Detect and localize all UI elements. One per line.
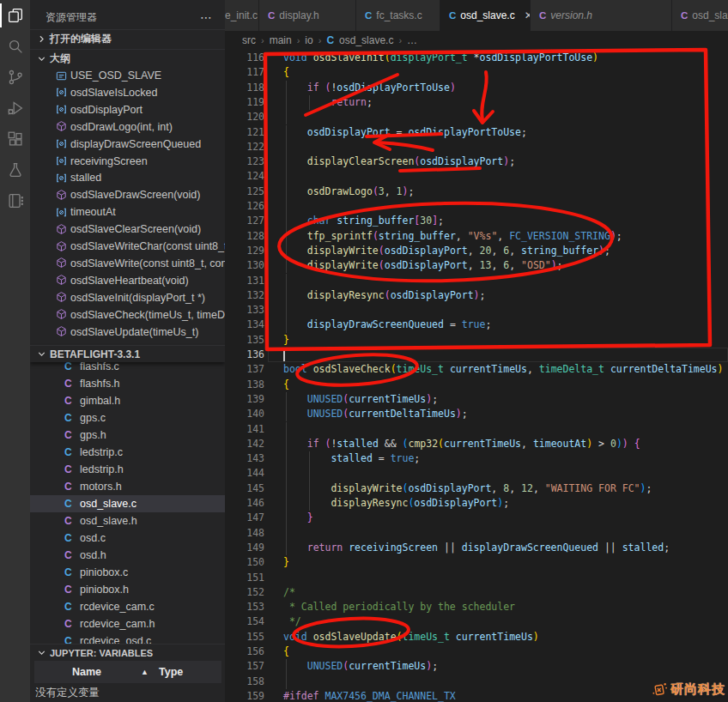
file-item-gps-c[interactable]: Cgps.c	[30, 409, 225, 427]
file-item-piniobox-c[interactable]: Cpiniobox.c	[30, 564, 225, 581]
outline-item-osdslaveislocked[interactable]: osdSlaveIsLocked	[30, 84, 225, 101]
activity-bar	[0, 0, 30, 702]
outline-item-stalled[interactable]: stalled	[30, 169, 225, 186]
file-item-gps-h[interactable]: Cgps.h	[30, 427, 225, 444]
c-file-icon: C	[681, 10, 688, 21]
symbol-method-icon	[55, 240, 69, 253]
code-line-118: 118 if (!osdDisplayPortToUse)	[225, 81, 728, 95]
tab-fc_tasks-c[interactable]: Cfc_tasks.c	[356, 0, 440, 31]
editor-group: e_init.cCdisplay.hCfc_tasks.cCosd_slave.…	[225, 0, 728, 702]
tab-display-h[interactable]: Cdisplay.h	[259, 0, 356, 31]
sort-ascending-icon[interactable]: ▲	[141, 668, 149, 676]
file-item-osd_slave-c[interactable]: Cosd_slave.c	[30, 495, 225, 512]
more-actions-icon[interactable]: ⋯	[200, 10, 213, 24]
outline-item-osdslaveclearscreen-void-[interactable]: osdSlaveClearScreen(void)	[30, 221, 225, 238]
outline-item-osdslavecheck-timeus_t-timedelta-[interactable]: osdSlaveCheck(timeUs_t, timeDelta…	[30, 306, 225, 324]
line-number: 122	[225, 140, 264, 154]
outline-item-osdslavewritechar-const-uint8_t-c-[interactable]: osdSlaveWriteChar(const uint8_t, c…	[30, 238, 225, 255]
watermark-text: 研尚科技	[670, 681, 725, 698]
outline-item-osdslavewrite-const-uint8_t-const-[interactable]: osdSlaveWrite(const uint8_t, const …	[30, 255, 225, 272]
column-name[interactable]: Name	[72, 666, 101, 678]
line-number: 144	[225, 466, 264, 481]
symbol-variable-icon	[55, 137, 69, 150]
line-number: 128	[225, 229, 264, 244]
file-item-osd-h[interactable]: Cosd.h	[30, 547, 225, 564]
outline-item-osdslaveheartbeat-void-[interactable]: osdSlaveHeartbeat(void)	[30, 272, 225, 289]
code-line-128: 128 tfp_sprintf(string_buffer, "V%s", FC…	[225, 229, 728, 244]
file-item-piniobox-h[interactable]: Cpiniobox.h	[30, 581, 225, 598]
file-tree: Cflashfs.cCflashfs.hCgimbal.hCgps.cCgps.…	[30, 362, 225, 644]
outline-item-osdslaveinit-displayport_t-[interactable]: osdSlaveInit(displayPort_t *)	[30, 289, 225, 306]
code-line-143: 143 stalled = true;	[225, 451, 728, 466]
breadcrumb-item--[interactable]: …	[407, 34, 417, 46]
column-type[interactable]: Type	[159, 666, 183, 678]
file-item-gimbal-h[interactable]: Cgimbal.h	[30, 392, 225, 409]
tab-osd_slave-c[interactable]: Cosd_slave.c✕	[440, 0, 531, 31]
line-number: 156	[225, 645, 264, 659]
code-area[interactable]: 116void osdSlaveInit(displayPort_t *osdD…	[225, 50, 728, 702]
code-line-135: 135}	[225, 333, 728, 348]
breadcrumb-item-src[interactable]: src	[242, 34, 256, 46]
outline-item-osddisplayport[interactable]: osdDisplayPort	[30, 101, 225, 118]
section-jupyter-variables[interactable]: JUPYTER: VARIABLES	[30, 644, 225, 661]
c-file-icon: C	[64, 532, 78, 544]
tab-version-h[interactable]: Cversion.h	[531, 0, 672, 31]
symbol-method-icon	[55, 223, 69, 236]
activity-source-control-icon[interactable]	[0, 62, 30, 93]
section-outline[interactable]: 大纲	[30, 49, 225, 67]
file-item-ledstrip-h[interactable]: Cledstrip.h	[30, 461, 225, 478]
file-item-osd_slave-h[interactable]: Cosd_slave.h	[30, 512, 225, 530]
code-line-146: 146 displayResync(osdDisplayPort);	[225, 496, 728, 511]
tab-e_init-c[interactable]: e_init.c	[225, 0, 259, 31]
variables-table-header: Name ▲ Type	[34, 661, 221, 683]
file-item-ledstrip-c[interactable]: Cledstrip.c	[30, 444, 225, 461]
activity-run-debug-icon[interactable]	[0, 93, 30, 124]
outline-item-receivingscreen[interactable]: receivingScreen	[30, 153, 225, 170]
code-line-116: 116void osdSlaveInit(displayPort_t *osdD…	[225, 51, 728, 65]
section-open-editors[interactable]: 打开的编辑器	[30, 29, 225, 48]
activity-search-icon[interactable]	[0, 31, 30, 62]
line-number: 129	[225, 244, 264, 258]
text-cursor	[283, 349, 285, 362]
line-number: 157	[225, 659, 264, 674]
activity-notebook-icon[interactable]	[0, 185, 30, 216]
line-number: 148	[225, 526, 264, 541]
file-item-flashfs-h[interactable]: Cflashfs.h	[30, 375, 225, 392]
close-tab-icon[interactable]: ✕	[525, 9, 531, 21]
file-item-osd-c[interactable]: Cosd.c	[30, 530, 225, 547]
code-line-134: 134 displayDrawScreenQueued = true;	[225, 318, 728, 332]
line-number: 147	[225, 511, 264, 525]
line-number: 141	[225, 422, 264, 437]
tab-osd_slave-h[interactable]: Cosd_slave.h	[672, 0, 728, 31]
line-number: 133	[225, 303, 264, 318]
line-number: 120	[225, 110, 264, 124]
breadcrumb-item-io[interactable]: io	[305, 34, 312, 46]
activity-extensions-icon[interactable]	[0, 124, 30, 154]
line-number: 121	[225, 125, 264, 140]
code-line-144: 144	[225, 466, 728, 481]
code-line-140: 140 UNUSED(currentDeltaTimeUs);	[225, 407, 728, 421]
symbol-method-icon	[55, 308, 69, 321]
breadcrumb: src›main›io›Cosd_slave.c›…	[225, 31, 728, 50]
c-file-icon: C	[449, 10, 456, 21]
file-item-flashfs-c[interactable]: Cflashfs.c	[30, 362, 225, 375]
outline-item-use_osd_slave[interactable]: USE_OSD_SLAVE	[30, 67, 225, 84]
file-item-rcdevice_osd-c[interactable]: Crcdevice_osd.c	[30, 632, 225, 644]
activity-testing-icon[interactable]	[0, 154, 30, 185]
file-item-motors-h[interactable]: Cmotors.h	[30, 478, 225, 495]
activity-explorer-icon[interactable]	[0, 0, 30, 31]
c-file-icon: C	[268, 10, 275, 21]
outline-item-timeoutat[interactable]: timeoutAt	[30, 203, 225, 221]
outline-item-displaydrawscreenqueued[interactable]: displayDrawScreenQueued	[30, 136, 225, 153]
file-item-rcdevice_cam-h[interactable]: Crcdevice_cam.h	[30, 615, 225, 632]
section-betaflight-tree[interactable]: BETAFLIGHT-3.3.1	[30, 345, 225, 362]
line-number: 146	[225, 496, 264, 511]
chevron-down-icon	[34, 348, 48, 360]
outline-item-osdslaveupdate-timeus_t-[interactable]: osdSlaveUpdate(timeUs_t)	[30, 324, 225, 341]
breadcrumb-item-osd_slave-c[interactable]: osd_slave.c	[339, 34, 393, 46]
outline-item-osddrawlogo-int-int-[interactable]: osdDrawLogo(int, int)	[30, 118, 225, 136]
file-item-rcdevice_cam-c[interactable]: Crcdevice_cam.c	[30, 598, 225, 615]
outline-item-osdslavedrawscreen-void-[interactable]: osdSlaveDrawScreen(void)	[30, 186, 225, 203]
code-line-133: 133	[225, 303, 728, 318]
breadcrumb-item-main[interactable]: main	[270, 34, 292, 46]
